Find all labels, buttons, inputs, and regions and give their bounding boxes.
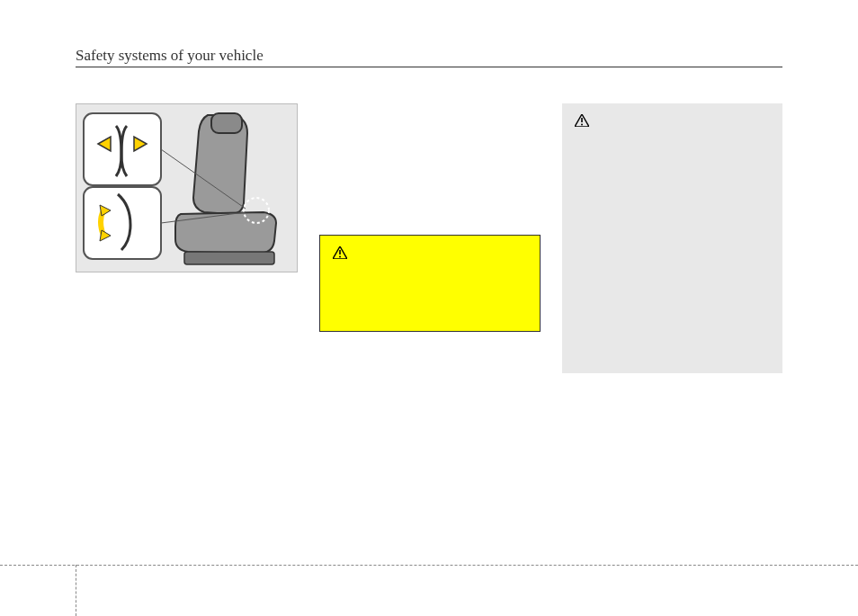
seat-rail xyxy=(184,252,274,264)
crop-mark-vertical xyxy=(76,565,76,616)
column-1 xyxy=(76,103,298,281)
seat-headrest xyxy=(211,113,242,133)
warning-triangle-icon xyxy=(575,114,589,127)
seat-illustration-svg xyxy=(76,104,299,273)
content-columns xyxy=(76,103,782,373)
caution-box xyxy=(319,235,541,332)
seat-adjustment-figure xyxy=(76,103,298,272)
caution-header xyxy=(333,246,527,259)
page-container: Safety systems of your vehicle xyxy=(0,0,858,616)
warning-box xyxy=(562,103,783,373)
svg-point-11 xyxy=(581,123,583,125)
seat-cushion xyxy=(175,212,276,254)
page-title: Safety systems of your vehicle xyxy=(76,47,782,65)
column-2 xyxy=(319,103,541,332)
warning-header xyxy=(575,114,771,127)
crop-mark-horizontal xyxy=(0,565,858,566)
page-header: Safety systems of your vehicle xyxy=(76,47,782,67)
warning-triangle-icon xyxy=(333,246,347,259)
column-3 xyxy=(562,103,783,373)
svg-point-8 xyxy=(339,255,341,257)
